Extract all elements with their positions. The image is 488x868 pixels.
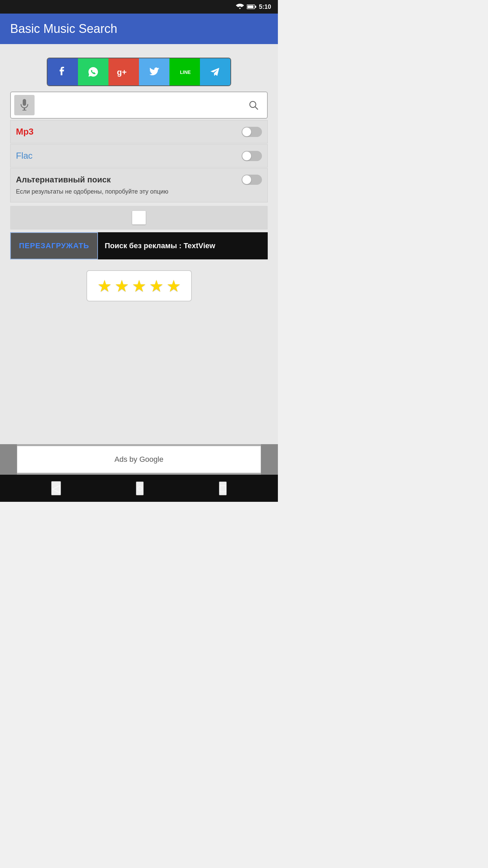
svg-rect-7 [22,110,26,111]
wifi-icon [236,4,244,10]
facebook-share-button[interactable] [47,58,78,85]
back-nav-button[interactable]: ◁ [51,481,61,495]
ads-bar: Ads by Google [0,444,278,475]
reload-button[interactable]: ПЕРЕЗАГРУЖАТЬ [10,232,98,259]
whatsapp-share-button[interactable] [78,58,108,85]
svg-text:g+: g+ [117,67,127,77]
mic-button[interactable] [14,95,35,115]
star-1[interactable]: ★ [97,276,112,295]
alt-search-desc: Если результаты не одобрены, попробуйте … [16,188,168,196]
mp3-toggle-row: Mp3 [10,120,268,143]
alt-search-toggle[interactable] [242,175,262,185]
telegram-share-button[interactable] [200,58,230,85]
flac-toggle-row: Flac [10,144,268,167]
ads-label: Ads by Google [115,455,163,464]
svg-point-8 [250,101,256,107]
search-input[interactable] [35,92,243,118]
recents-nav-button[interactable]: □ [219,481,227,495]
search-bar [10,92,268,119]
svg-rect-1 [247,5,253,8]
ad-free-label: Поиск без рекламы : TextView [98,241,268,250]
slider-thumb [132,211,146,224]
back-icon: ◁ [52,482,60,495]
line-share-button[interactable]: LINE [169,58,200,85]
svg-rect-5 [23,99,26,106]
slider-area[interactable] [10,206,268,230]
status-bar: 5:10 [0,0,278,14]
nav-bar: ◁ ○ □ [0,475,278,502]
flac-toggle[interactable] [242,151,262,161]
ads-side-right [261,444,278,475]
share-buttons-container: g+ LINE [10,58,268,86]
alt-search-toggle-row: Альтернативный поиск Если результаты не … [10,168,268,202]
star-4[interactable]: ★ [149,276,164,295]
action-bar: ПЕРЕЗАГРУЖАТЬ Поиск без рекламы : TextVi… [10,232,268,259]
gplus-share-button[interactable]: g+ [108,58,139,85]
mp3-toggle[interactable] [242,127,262,137]
star-5[interactable]: ★ [166,276,181,295]
app-bar: Basic Music Search [0,14,278,44]
ads-side-left [0,444,17,475]
main-content: g+ LINE [0,44,278,444]
status-time: 5:10 [259,3,271,11]
svg-rect-6 [24,108,25,110]
status-icons: 5:10 [236,3,271,11]
home-icon: ○ [137,482,143,495]
battery-icon [247,4,256,9]
svg-rect-2 [255,6,256,8]
stars-box: ★ ★ ★ ★ ★ [86,270,192,301]
svg-text:LINE: LINE [180,70,191,75]
stars-container: ★ ★ ★ ★ ★ [10,270,268,301]
search-button[interactable] [243,95,264,115]
home-nav-button[interactable]: ○ [136,481,144,495]
recents-icon: □ [220,482,226,495]
alt-search-label: Альтернативный поиск [16,175,111,184]
flac-label: Flac [16,151,33,161]
mp3-label: Mp3 [16,126,34,137]
star-3[interactable]: ★ [132,276,146,295]
twitter-share-button[interactable] [139,58,169,85]
star-2[interactable]: ★ [115,276,129,295]
app-title: Basic Music Search [10,22,117,36]
share-buttons-row: g+ LINE [47,58,231,86]
svg-line-9 [255,107,258,110]
content-spacer [10,307,268,437]
ads-center[interactable]: Ads by Google [17,446,261,473]
